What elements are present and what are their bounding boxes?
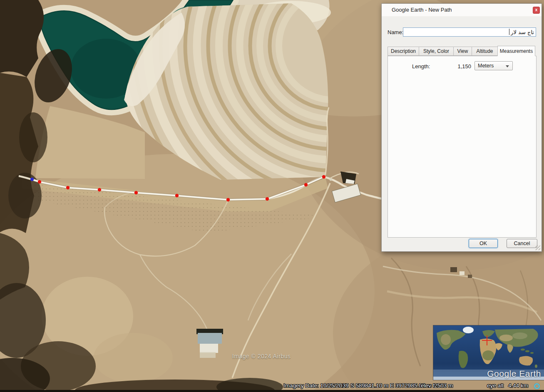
length-value: 1,150	[446, 63, 471, 69]
chevron-down-icon	[506, 65, 509, 67]
google-earth-logo: Google Earth	[487, 369, 541, 379]
imagery-copyright-watermark: Image © 2024 Airbus	[232, 353, 291, 360]
name-input-wrapper	[403, 27, 536, 37]
cancel-button[interactable]: Cancel	[507, 239, 537, 248]
elevation-text: elev 2503 m	[421, 382, 453, 390]
ok-button[interactable]: OK	[469, 239, 498, 248]
eye-altitude-text: eye alt 4.44 km	[487, 382, 528, 390]
name-input[interactable]	[403, 27, 536, 37]
path-point[interactable]	[304, 183, 308, 186]
overview-map[interactable]: Google Earth	[433, 325, 544, 380]
window-bottom-edge	[0, 390, 544, 392]
name-label: Name:	[388, 29, 403, 35]
path-point[interactable]	[38, 180, 41, 184]
tab-style-color[interactable]: Style, Color	[419, 47, 454, 56]
path-point[interactable]	[98, 188, 101, 191]
dialog-titlebar[interactable]: Google Earth - New Path x	[382, 4, 542, 16]
google-earth-window: Image © 2024 Airbus	[0, 0, 544, 392]
units-dropdown[interactable]: Meters	[474, 61, 513, 70]
path-point[interactable]	[175, 194, 179, 197]
path-point[interactable]	[134, 191, 138, 194]
imagery-date-text: Imagery Date: 10/25/2023	[283, 382, 348, 390]
tab-measurements[interactable]: Measurements	[497, 46, 535, 56]
path-point[interactable]	[266, 197, 269, 201]
tab-view[interactable]: View	[453, 47, 472, 56]
dialog-title: Google Earth - New Path	[392, 4, 452, 16]
path-point[interactable]	[322, 175, 325, 179]
new-path-dialog: Google Earth - New Path x Name: Descript…	[381, 3, 542, 252]
close-button[interactable]: x	[533, 7, 540, 14]
streaming-progress-icon	[534, 383, 540, 389]
length-label: Length:	[412, 63, 430, 69]
path-start-point[interactable]	[30, 178, 34, 181]
path-point[interactable]	[66, 186, 70, 189]
tab-description[interactable]: Description	[388, 47, 419, 56]
units-selected-value: Meters	[478, 62, 494, 70]
resize-grip[interactable]	[535, 245, 540, 250]
dialog-tabs: Description Style, Color View Altitude M…	[388, 47, 535, 56]
measurements-panel: Length: 1,150 Meters	[388, 56, 537, 238]
path-point[interactable]	[226, 198, 230, 201]
text-caret	[509, 29, 509, 35]
tab-altitude[interactable]: Altitude	[472, 47, 498, 56]
